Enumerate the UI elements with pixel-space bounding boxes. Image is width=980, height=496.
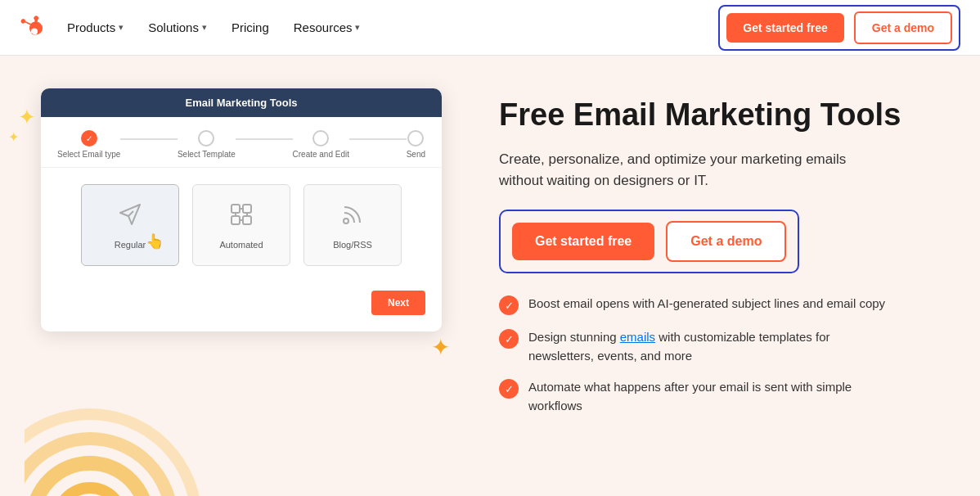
svg-point-8: [57, 488, 123, 496]
step-circle-1: ✓: [81, 130, 97, 147]
svg-rect-3: [243, 216, 251, 224]
chevron-down-icon: ▾: [119, 22, 124, 33]
svg-rect-1: [243, 205, 251, 213]
sparkle-small-icon: ✦: [8, 129, 19, 145]
hero-subtitle: Create, personalize, and optimize your m…: [499, 149, 875, 192]
right-panel: Free Email Marketing Tools Create, perso…: [458, 56, 980, 496]
step-connector: [120, 138, 178, 140]
nav-solutions[interactable]: Solutions ▾: [138, 14, 217, 41]
feature-text-2: Design stunning emails with customizable…: [528, 328, 888, 365]
hero-get-started-button[interactable]: Get started free: [512, 223, 654, 260]
chevron-down-icon: ▾: [355, 22, 360, 33]
nav-products[interactable]: Products ▾: [57, 14, 133, 41]
feature-item-3: ✓ Automate what happens after your email…: [499, 378, 931, 415]
mockup-title: Email Marketing Tools: [41, 88, 442, 117]
hero-get-demo-button[interactable]: Get a demo: [666, 221, 786, 262]
rss-icon: [339, 201, 366, 233]
nav-get-started-button[interactable]: Get started free: [726, 13, 843, 43]
email-mockup: Email Marketing Tools ✓ Select Email typ…: [41, 88, 442, 331]
step-circle-4: [407, 130, 424, 147]
step-1: ✓ Select Email type: [57, 130, 120, 159]
step-circle-3: [312, 130, 329, 147]
feature-list: ✓ Boost email opens with AI-generated su…: [499, 295, 931, 415]
feature-item-2: ✓ Design stunning emails with customizab…: [499, 328, 931, 365]
nav-items: Products ▾ Solutions ▾ Pricing Resources…: [57, 14, 718, 41]
mockup-footer: Next: [41, 282, 442, 331]
next-button[interactable]: Next: [371, 291, 425, 315]
svg-point-4: [344, 219, 348, 223]
automation-icon: [228, 201, 254, 233]
svg-rect-2: [232, 216, 240, 224]
step-4: Send: [407, 130, 425, 159]
step-3: Create and Edit: [293, 130, 350, 159]
hero-title: Free Email Marketing Tools: [499, 97, 931, 134]
step-2: Select Template: [178, 130, 236, 159]
paper-plane-icon: [117, 201, 143, 233]
nav-cta-group: Get started free Get a demo: [718, 5, 960, 51]
hubspot-logo[interactable]: [20, 13, 49, 43]
check-icon-2: ✓: [499, 329, 519, 349]
feature-item-1: ✓ Boost email opens with AI-generated su…: [499, 295, 931, 315]
main-content: ✦ ✦ Email Marketing Tools ✓ Select Email…: [0, 56, 980, 496]
hero-cta-group: Get started free Get a demo: [499, 210, 799, 273]
nav-resources[interactable]: Resources ▾: [284, 14, 371, 41]
card-regular[interactable]: Regular 👆: [81, 184, 179, 266]
step-connector-3: [349, 138, 407, 140]
chevron-down-icon: ▾: [202, 22, 207, 33]
navbar: Products ▾ Solutions ▾ Pricing Resources…: [0, 0, 980, 56]
feature-text-1: Boost email opens with AI-generated subj…: [528, 295, 885, 313]
step-circle-2: [198, 130, 214, 147]
card-blog-rss[interactable]: Blog/RSS: [303, 184, 402, 266]
mockup-steps: ✓ Select Email type Select Template Crea…: [41, 117, 442, 168]
cursor-icon: 👆: [146, 232, 164, 250]
check-icon-3: ✓: [499, 379, 519, 399]
sparkle-icon: ✦: [18, 105, 36, 130]
sparkle-right-icon: ✦: [431, 334, 450, 361]
nav-pricing[interactable]: Pricing: [222, 14, 279, 41]
check-icon-1: ✓: [499, 295, 519, 315]
mockup-body: Regular 👆 Automated: [41, 168, 442, 282]
step-connector-2: [236, 138, 293, 140]
left-panel: ✦ ✦ Email Marketing Tools ✓ Select Email…: [0, 56, 458, 496]
deco-circles: [25, 357, 205, 496]
svg-rect-0: [232, 205, 240, 213]
nav-get-demo-button[interactable]: Get a demo: [854, 11, 952, 44]
card-automated[interactable]: Automated: [192, 184, 290, 266]
feature-text-3: Automate what happens after your email i…: [528, 378, 888, 415]
